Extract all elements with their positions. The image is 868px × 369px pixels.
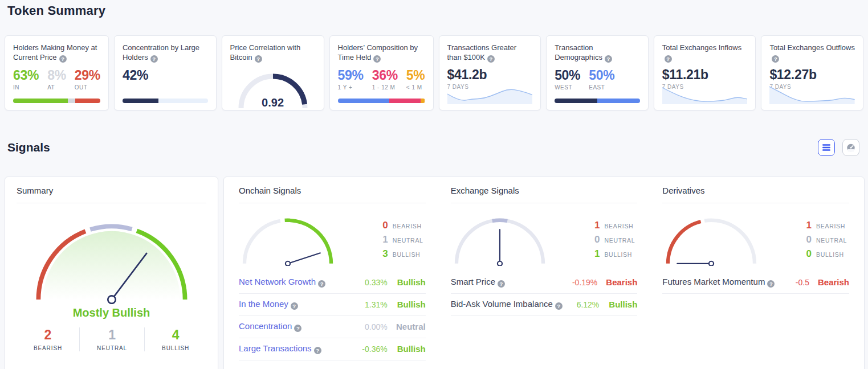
signal-value: 0.33%	[365, 278, 388, 287]
help-icon[interactable]	[373, 55, 381, 63]
gauge-arc	[668, 222, 701, 264]
stat-label: NEUTRAL	[604, 237, 635, 244]
signal-value: 6.12%	[577, 300, 600, 309]
stat-label: BEARISH	[604, 223, 633, 229]
token-summary-cards: Holders Making Money at Current Price63%…	[5, 35, 863, 110]
distribution-bar	[13, 99, 100, 103]
help-icon[interactable]	[59, 55, 67, 63]
card-metrics: 42%	[123, 68, 208, 84]
help-icon[interactable]	[665, 55, 672, 63]
signal-label[interactable]: Large Transactions	[239, 343, 312, 353]
metric-value: 50%	[589, 68, 614, 83]
token-summary-card: Transactions Greater than $100K$41.2b7 D…	[439, 35, 541, 110]
token-summary-card: Total Exchanges Inflows$11.21b7 DAYS	[654, 35, 756, 110]
gauge-pivot	[709, 261, 714, 266]
gauge-needle	[288, 253, 320, 263]
signal-label[interactable]: In the Money	[239, 299, 288, 309]
signal-row-left: Smart Price	[451, 277, 505, 288]
signal-row-right: -0.5Bearish	[796, 277, 849, 287]
help-icon[interactable]	[318, 280, 325, 288]
gauge-row: 0BEARISH1NEUTRAL3BULLISH	[239, 214, 426, 266]
card-title-text: Transactions Greater than $100K	[447, 43, 517, 62]
stat-label: BEARISH	[816, 223, 845, 229]
metric-value: $11.21b	[662, 67, 748, 83]
metric-value: 5%	[406, 68, 425, 83]
gauge-row: 1BEARISH0NEUTRAL1BULLISH	[451, 214, 638, 266]
stat-count: 0	[805, 248, 812, 260]
summary-panel: Summary Mostly Bullish 2BEARISH1NEUTRAL4…	[5, 177, 218, 369]
help-icon[interactable]	[498, 280, 505, 288]
signal-row-right: 0.33%Bullish	[365, 277, 426, 287]
bar-segment	[75, 99, 100, 103]
signal-label: Bid-Ask Volume Imbalance	[451, 299, 553, 309]
signal-status: Bearish	[818, 277, 849, 287]
help-icon[interactable]	[255, 55, 262, 63]
signal-label[interactable]: Concentration	[239, 321, 292, 331]
help-icon[interactable]	[150, 55, 158, 63]
help-icon[interactable]	[291, 302, 298, 310]
help-icon[interactable]	[767, 280, 775, 288]
panel-title: Onchain Signals	[239, 177, 426, 203]
help-icon[interactable]	[605, 55, 612, 63]
card-title: Holders Making Money at Current Price	[13, 43, 100, 63]
metric-value: 0.92	[230, 96, 316, 109]
list-view-button[interactable]	[818, 139, 835, 156]
help-icon[interactable]	[314, 347, 321, 354]
stat-label: NEUTRAL	[97, 345, 127, 351]
signals-column: Exchange Signals1BEARISH0NEUTRAL1BULLISH…	[451, 177, 638, 369]
signal-row-right: -0.19%Bearish	[572, 277, 637, 287]
distribution-bar	[555, 99, 640, 103]
help-icon[interactable]	[487, 55, 495, 63]
token-summary-card: Holders Making Money at Current Price63%…	[5, 35, 109, 110]
card-title-text: Transaction Demographics	[555, 43, 602, 62]
signal-value: -0.19%	[572, 278, 597, 287]
stat-label: BULLISH	[393, 251, 421, 258]
card-title-text: Total Exchanges Outflows	[769, 43, 855, 52]
help-icon[interactable]	[555, 302, 563, 310]
metric-label: < 1 M	[406, 84, 425, 91]
correlation-gauge-wrap: 0.92	[230, 64, 316, 112]
metric-label: OUT	[75, 84, 100, 91]
stat-label: NEUTRAL	[393, 237, 423, 244]
sparkline	[769, 81, 855, 104]
metric-label: EAST	[589, 84, 614, 91]
stat-count: 4	[172, 327, 180, 343]
help-icon[interactable]	[772, 55, 779, 63]
metric-value: 50%	[555, 68, 580, 83]
sentiment-stat: 1BEARISH	[805, 220, 847, 231]
stat-label: BEARISH	[34, 345, 62, 351]
stat-count: 0	[382, 220, 388, 231]
bar-segment	[389, 99, 421, 103]
metric-value: $41.2b	[447, 67, 533, 83]
card-title: Transaction Demographics	[555, 43, 640, 63]
sentiment-stat: 2BEARISH	[17, 327, 79, 351]
gauge-arc	[492, 220, 507, 221]
stat-count: 0	[805, 234, 812, 245]
metric-label: WEST	[555, 84, 580, 91]
signal-value: -0.5	[796, 278, 809, 287]
panel-title: Exchange Signals	[451, 177, 638, 203]
card-title-text: Total Exchanges Inflows	[662, 43, 741, 52]
signal-label[interactable]: Net Network Growth	[239, 277, 316, 286]
card-title: Total Exchanges Inflows	[662, 43, 748, 63]
token-summary-card: Holders’ Composition by Time Held59%1 Y …	[329, 35, 434, 110]
metric-value: 42%	[123, 68, 148, 83]
signal-row-right: -0.36%Bullish	[362, 344, 425, 354]
token-summary-card: Concentration by Large Holders42%	[114, 35, 217, 110]
signal-label: Futures Market Momentum	[662, 277, 765, 286]
metric-value: 63%	[13, 68, 39, 83]
signal-value: 0.00%	[365, 322, 388, 331]
signal-row-right: 6.12%Bullish	[577, 300, 638, 309]
stat-count: 1	[382, 234, 388, 245]
metric: 50%WEST	[555, 68, 580, 91]
gauge-view-button[interactable]	[842, 139, 859, 156]
gauge-stats: 1BEARISH0NEUTRAL1BULLISH	[593, 220, 635, 260]
bar-segment	[421, 99, 425, 103]
signals-column: Onchain Signals0BEARISH1NEUTRAL3BULLISHN…	[239, 177, 426, 369]
bar-segment	[68, 99, 75, 103]
signal-row: Bid-Ask Volume Imbalance6.12%Bullish	[451, 294, 638, 316]
card-body: 0.92	[230, 64, 316, 112]
signal-row: Net Network Growth0.33%Bullish	[239, 272, 426, 294]
help-icon[interactable]	[294, 325, 301, 332]
signal-row-right: 1.31%Bullish	[365, 300, 426, 309]
